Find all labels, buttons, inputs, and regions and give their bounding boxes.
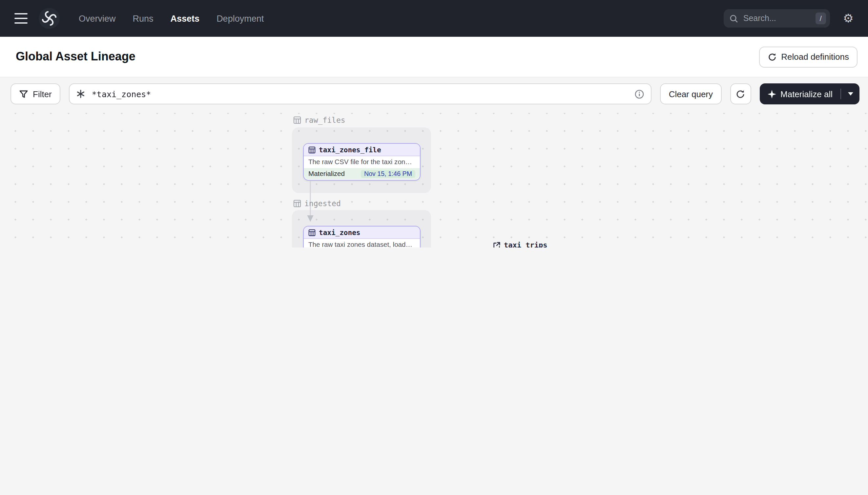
search-shortcut-badge: / [816,13,826,24]
asset-selection-input-wrap[interactable] [69,83,652,104]
nav-item-overview[interactable]: Overview [79,14,116,23]
status-timestamp[interactable]: Nov 15, 1:46 PM [361,170,415,177]
nav-item-deployment[interactable]: Deployment [216,14,264,23]
status-label: Materialized [308,170,345,177]
dagster-logo-icon[interactable] [38,7,60,30]
dagster-app: Overview Runs Assets Deployment / ⚙ Glob… [0,0,868,248]
sparkle-icon [767,90,776,98]
info-icon[interactable] [635,89,644,99]
open-in-new-icon [493,241,501,248]
clear-query-label: Clear query [669,89,713,99]
group-name: raw_files [304,116,346,125]
table-icon [293,116,301,124]
group-label-ingested[interactable]: ingested [293,199,341,208]
group-name: ingested [304,199,341,208]
materialize-all-button[interactable]: Materialize all [759,83,840,104]
materialize-all-label: Materialize all [780,89,833,99]
filter-button[interactable]: Filter [11,83,60,104]
reload-definitions-button[interactable]: Reload definitions [759,46,857,67]
table-icon [293,200,301,207]
reload-definitions-label: Reload definitions [781,52,849,62]
search-input[interactable] [742,13,812,24]
asset-description: The raw CSV file for the taxi zones dat.… [304,156,420,168]
clear-query-button[interactable]: Clear query [660,83,721,104]
asset-node-taxi_zones_file[interactable]: taxi_zones_file The raw CSV file for the… [303,143,421,181]
asset-name: taxi_zones [319,228,360,236]
settings-gear-icon[interactable]: ⚙ [843,13,854,24]
materialize-dropdown-button[interactable] [841,83,860,104]
refresh-graph-button[interactable] [730,83,751,104]
materialize-all-split-button: Materialize all [759,83,860,104]
lineage-canvas[interactable]: raw_files ingested requests metrics taxi… [0,113,868,248]
nav-item-assets[interactable]: Assets [171,14,200,23]
chevron-down-icon [847,92,853,96]
table-icon [308,229,316,236]
asset-node-taxi_zones[interactable]: taxi_zones The raw taxi zones dataset, l… [303,226,421,248]
group-label-raw_files[interactable]: raw_files [293,116,346,125]
page-title: Global Asset Lineage [16,50,136,64]
nav-links: Overview Runs Assets Deployment [79,14,264,23]
lineage-toolbar: Filter Clear query [11,83,860,104]
table-icon [308,146,316,153]
external-asset-taxi_trips[interactable]: taxi_trips [493,241,547,248]
asset-name: taxi_zones_file [319,146,381,154]
menu-icon[interactable] [14,13,28,24]
top-navbar: Overview Runs Assets Deployment / ⚙ [0,0,868,37]
search-icon [730,14,738,23]
refresh-icon [767,52,777,62]
asset-status-row: Materialized Nov 15, 1:46 PM [304,168,420,179]
lineage-edges [0,113,868,248]
page-header: Global Asset Lineage Reload definitions [0,37,868,78]
nav-item-runs[interactable]: Runs [133,14,154,23]
external-asset-name: taxi_trips [504,241,547,248]
global-search[interactable]: / [724,9,830,28]
refresh-icon [736,89,745,99]
asset-selection-input[interactable] [91,88,630,100]
filter-funnel-icon [19,90,28,98]
asset-selection-icon [76,89,85,99]
asset-description: The raw taxi zones dataset, loaded int..… [304,239,420,248]
filter-label: Filter [33,89,52,99]
